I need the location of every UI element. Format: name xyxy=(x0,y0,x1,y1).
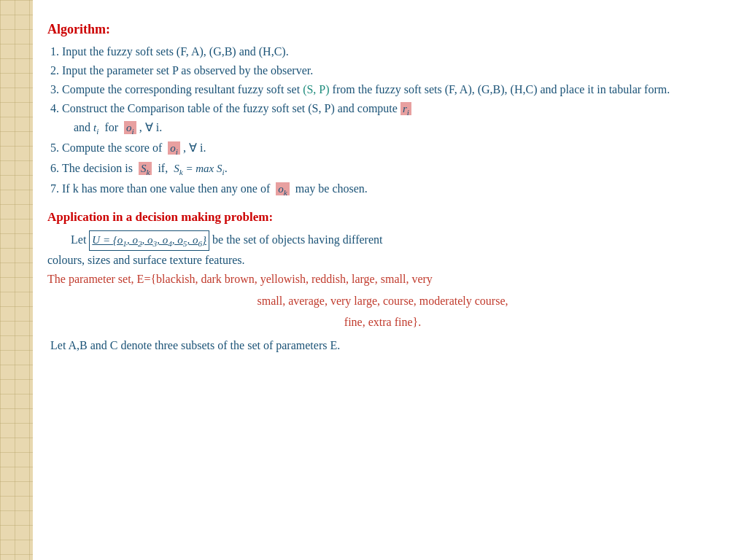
param-set-line1: The parameter set, E={blackish, dark bro… xyxy=(47,270,718,289)
item-1-text: Input the fuzzy soft sets (F, A), (G,B) … xyxy=(62,45,289,58)
param-set-line3: fine, extra fine}. xyxy=(47,313,718,332)
list-item-3: Compute the corresponding resultant fuzz… xyxy=(62,81,718,98)
item-2-text: Input the parameter set P as observed by… xyxy=(62,64,313,77)
app-title: Application in a decision making problem… xyxy=(47,210,718,225)
list-item-1: Input the fuzzy soft sets (F, A), (G,B) … xyxy=(62,43,718,61)
app-let-line: Let U = {o1, o2, o3, o4, o5, o6} be the … xyxy=(47,230,718,251)
app-colours-line: colours, sizes and surface texture featu… xyxy=(47,251,718,270)
algorithm-list: Input the fuzzy soft sets (F, A), (G,B) … xyxy=(62,43,718,198)
item-6-text: The decision is Sk if, Sk = max Si. xyxy=(62,162,228,174)
list-item-5: Compute the score of oi , ∀ i. xyxy=(62,139,718,158)
list-item-4: Construct the Comparison table of the fu… xyxy=(62,100,718,138)
item-5-text: Compute the score of oi , ∀ i. xyxy=(62,141,206,154)
set-description: be the set of objects having different xyxy=(209,233,382,246)
item-4-text: Construct the Comparison table of the fu… xyxy=(62,102,411,133)
let-label: Let xyxy=(71,233,89,246)
main-content: Algorithm: Input the fuzzy soft sets (F,… xyxy=(33,0,747,560)
param-set-line2: small, average, very large, course, mode… xyxy=(47,292,718,311)
set-notation: U = {o1, o2, o3, o4, o5, o6} xyxy=(89,230,209,251)
algorithm-title: Algorithm: xyxy=(47,22,718,37)
item-3-text: Compute the corresponding resultant fuzz… xyxy=(62,83,670,96)
final-line: Let A,B and C denote three subsets of th… xyxy=(47,336,718,355)
list-item-7: If k has more than one value then any on… xyxy=(62,180,718,199)
list-item-6: The decision is Sk if, Sk = max Si. xyxy=(62,160,718,179)
left-border xyxy=(0,0,33,560)
list-item-2: Input the parameter set P as observed by… xyxy=(62,62,718,79)
item-7-text: If k has more than one value then any on… xyxy=(62,182,368,195)
